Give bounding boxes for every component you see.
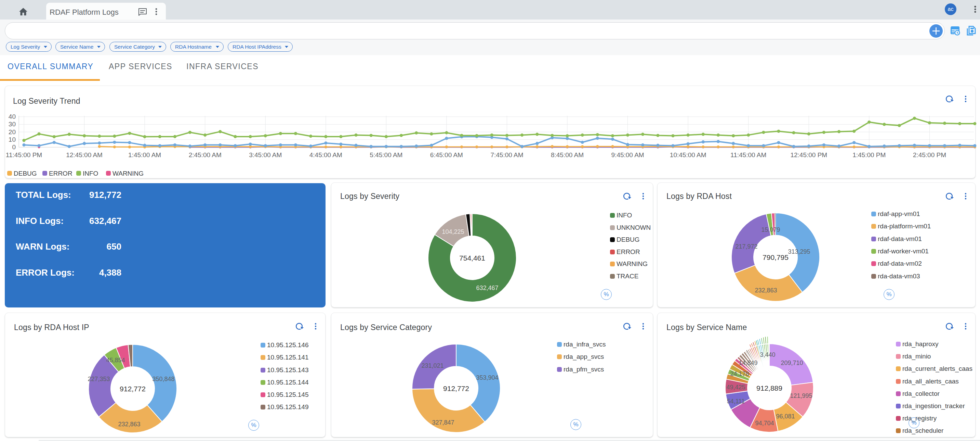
svg-text:327,847: 327,847 (432, 419, 454, 426)
svg-text:754,461: 754,461 (459, 254, 485, 262)
svg-text:121,995: 121,995 (790, 392, 812, 399)
svg-text:15,079: 15,079 (761, 226, 780, 233)
svg-text:231,021: 231,021 (421, 362, 444, 369)
svg-text:350,848: 350,848 (152, 375, 174, 382)
svg-text:232,863: 232,863 (755, 287, 777, 294)
svg-text:54,111: 54,111 (727, 398, 745, 405)
svg-text:912,889: 912,889 (756, 384, 782, 392)
svg-text:227,353: 227,353 (88, 375, 110, 382)
svg-text:353,904: 353,904 (476, 374, 498, 381)
svg-text:96,081: 96,081 (776, 413, 795, 420)
svg-text:3,440: 3,440 (760, 351, 775, 358)
svg-text:912,772: 912,772 (120, 385, 146, 393)
svg-text:14,849: 14,849 (738, 360, 757, 366)
svg-text:912,772: 912,772 (443, 385, 469, 392)
svg-text:313,295: 313,295 (788, 248, 810, 255)
svg-text:632,467: 632,467 (476, 284, 498, 291)
svg-text:45,854: 45,854 (106, 357, 125, 364)
svg-text:104,225: 104,225 (442, 228, 464, 235)
svg-text:49,425: 49,425 (726, 384, 745, 391)
svg-text:232,863: 232,863 (118, 421, 140, 428)
svg-text:94,704: 94,704 (755, 420, 774, 427)
svg-text:209,710: 209,710 (781, 360, 803, 366)
svg-text:217,972: 217,972 (735, 243, 757, 250)
svg-text:790,795: 790,795 (762, 253, 789, 261)
svg-text:24,178: 24,178 (730, 371, 749, 377)
